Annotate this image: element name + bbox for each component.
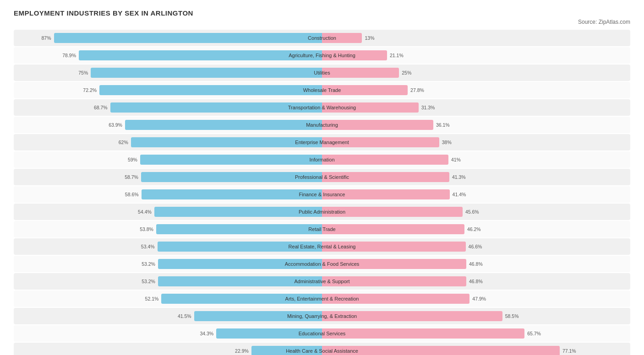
male-pct: 53.2% (142, 279, 157, 284)
chart-row: Information 59% 41% (14, 151, 630, 168)
male-pct: 53.8% (140, 226, 155, 232)
female-bar (322, 294, 469, 304)
female-pct: 31.3% (420, 105, 435, 110)
male-pct: 78.9% (62, 53, 78, 58)
male-bar (141, 172, 322, 182)
bar-area: Agriculture, Fishing & Hunting 78.9% 21.… (14, 47, 630, 64)
chart-row: Health Care & Social Assistance 22.9% 77… (14, 343, 630, 355)
bar-area: Professional & Scientific 58.7% 41.3% (14, 169, 630, 185)
female-pct: 41% (449, 157, 461, 162)
male-pct: 58.6% (125, 192, 141, 197)
female-pct: 13% (363, 35, 374, 41)
female-pct: 25% (400, 70, 411, 75)
female-pct: 77.1% (561, 348, 576, 354)
male-bar (251, 346, 322, 355)
male-pct: 68.7% (94, 105, 109, 110)
chart-row: Wholesale Trade 72.2% 27.8% (14, 82, 630, 98)
bar-area: Administrative & Support 53.2% 46.8% (14, 273, 630, 290)
chart-row: Enterprise Management 62% 38% (14, 134, 630, 151)
female-pct: 46.6% (467, 244, 482, 249)
bar-area: Information 59% 41% (14, 151, 630, 168)
male-bar (154, 207, 322, 217)
male-bar (156, 224, 322, 234)
bar-area: Educational Services 34.3% 65.7% (14, 325, 630, 342)
female-pct: 36.1% (434, 122, 450, 128)
chart-container: Construction 87% 13% Agriculture, Fishin… (14, 30, 630, 355)
male-bar (158, 259, 322, 269)
bar-area: Retail Trade 53.8% 46.2% (14, 221, 630, 237)
female-bar (322, 50, 387, 60)
male-pct: 41.5% (178, 313, 193, 319)
bar-area: Enterprise Management 62% 38% (14, 134, 630, 151)
female-pct: 41.3% (450, 174, 466, 180)
male-pct: 75% (78, 70, 90, 75)
chart-row: Professional & Scientific 58.7% 41.3% (14, 169, 630, 185)
female-bar (322, 33, 362, 43)
female-bar (322, 137, 439, 147)
female-bar (322, 85, 408, 95)
bar-area: Transportation & Warehousing 68.7% 31.3% (14, 99, 630, 116)
male-bar (140, 155, 322, 165)
female-pct: 46.8% (467, 279, 483, 284)
chart-row: Manufacturing 63.9% 36.1% (14, 117, 630, 133)
male-pct: 53.2% (142, 261, 157, 267)
chart-row: Construction 87% 13% (14, 30, 630, 46)
female-bar (322, 242, 466, 252)
female-pct: 21.1% (388, 53, 404, 58)
chart-row: Administrative & Support 53.2% 46.8% (14, 273, 630, 290)
chart-title: EMPLOYMENT INDUSTRIES BY SEX IN ARLINGTO… (14, 9, 630, 17)
female-bar (322, 259, 466, 269)
bar-area: Utilities 75% 25% (14, 65, 630, 81)
male-bar (110, 102, 322, 113)
male-pct: 22.9% (235, 348, 251, 354)
male-bar (142, 189, 322, 199)
male-pct: 62% (119, 140, 130, 145)
female-pct: 47.9% (470, 296, 486, 301)
male-bar (158, 242, 322, 252)
chart-row: Utilities 75% 25% (14, 65, 630, 81)
bar-area: Wholesale Trade 72.2% 27.8% (14, 82, 630, 98)
source-label: Source: ZipAtlas.com (14, 19, 630, 25)
female-pct: 38% (440, 140, 452, 145)
male-pct: 87% (41, 35, 53, 41)
male-pct: 54.4% (138, 209, 153, 215)
female-pct: 27.8% (409, 87, 424, 93)
male-bar (131, 137, 322, 147)
female-bar (322, 102, 419, 113)
male-pct: 58.7% (125, 174, 140, 180)
bar-area: Arts, Entertainment & Recreation 52.1% 4… (14, 290, 630, 307)
female-bar (322, 207, 463, 217)
male-bar (216, 328, 322, 339)
chart-row: Agriculture, Fishing & Hunting 78.9% 21.… (14, 47, 630, 64)
male-bar (54, 33, 322, 43)
bar-area: Mining, Quarrying, & Extraction 41.5% 58… (14, 308, 630, 324)
female-bar (322, 276, 466, 286)
male-bar (158, 276, 322, 286)
female-bar (322, 311, 502, 321)
male-pct: 53.4% (141, 244, 157, 249)
female-bar (322, 155, 448, 165)
female-pct: 65.7% (525, 331, 541, 336)
male-bar (99, 85, 322, 95)
male-bar (79, 50, 322, 60)
chart-row: Mining, Quarrying, & Extraction 41.5% 58… (14, 308, 630, 324)
male-pct: 52.1% (145, 296, 161, 301)
chart-row: Educational Services 34.3% 65.7% (14, 325, 630, 342)
bar-area: Construction 87% 13% (14, 30, 630, 46)
female-bar (322, 224, 464, 234)
female-bar (322, 328, 524, 339)
bar-area: Public Administration 54.4% 45.6% (14, 204, 630, 220)
chart-row: Transportation & Warehousing 68.7% 31.3% (14, 99, 630, 116)
chart-row: Retail Trade 53.8% 46.2% (14, 221, 630, 237)
male-pct: 34.3% (200, 331, 215, 336)
chart-row: Real Estate, Rental & Leasing 53.4% 46.6… (14, 238, 630, 255)
bar-area: Health Care & Social Assistance 22.9% 77… (14, 343, 630, 355)
female-pct: 46.8% (467, 261, 483, 267)
chart-row: Accommodation & Food Services 53.2% 46.8… (14, 256, 630, 272)
male-pct: 72.2% (83, 87, 98, 93)
male-pct: 59% (128, 157, 139, 162)
female-bar (322, 120, 433, 130)
bar-area: Manufacturing 63.9% 36.1% (14, 117, 630, 133)
male-bar (125, 120, 322, 130)
chart-row: Public Administration 54.4% 45.6% (14, 204, 630, 220)
